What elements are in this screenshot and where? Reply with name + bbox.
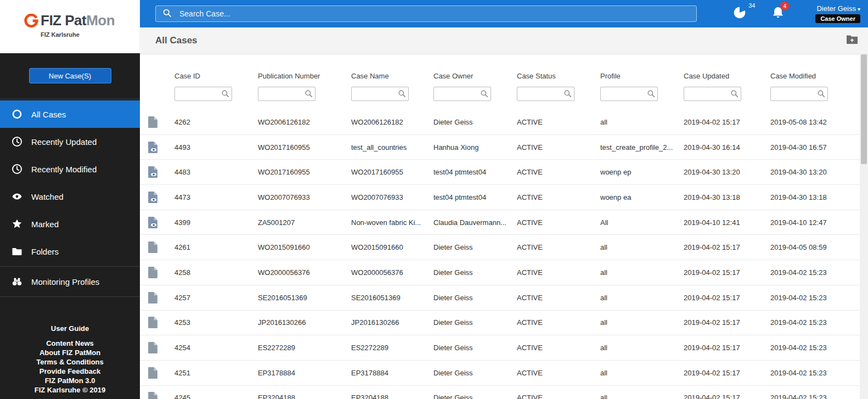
cell-profile: All bbox=[600, 218, 684, 227]
search-icon[interactable] bbox=[647, 89, 655, 98]
logo-subtitle: FIZ Karlsruhe bbox=[41, 31, 140, 38]
folder-icon bbox=[11, 245, 23, 257]
table-row[interactable]: 4251EP3178884EP3178884Dieter GeissACTIVE… bbox=[140, 361, 860, 386]
column-filter bbox=[351, 87, 409, 101]
app-window: FIZ PatMon FIZ Karlsruhe New Case(S) All… bbox=[0, 0, 868, 399]
cell-case-status: ACTIVE bbox=[517, 369, 600, 377]
search-icon[interactable] bbox=[480, 89, 488, 98]
cell-case-updated: 2019-04-02 15:17 bbox=[684, 369, 770, 377]
search-icon[interactable] bbox=[398, 89, 406, 98]
table-row[interactable]: 4253JP2016130266JP2016130266Dieter Geiss… bbox=[140, 311, 860, 336]
sidebar-item-label: Folders bbox=[31, 247, 59, 256]
sidebar-item-recently-modified[interactable]: Recently Modified bbox=[0, 155, 140, 183]
table-row[interactable]: 4258WO2000056376WO2000056376Dieter Geiss… bbox=[140, 260, 860, 285]
search-icon[interactable] bbox=[563, 89, 572, 98]
sidebar-item-all-cases[interactable]: All Cases bbox=[0, 100, 140, 128]
sidebar-divider bbox=[0, 296, 140, 297]
cell-case-owner: Dieter Geiss bbox=[433, 118, 517, 126]
user-guide-link[interactable]: User Guide bbox=[0, 324, 140, 333]
sidebar-item-label: Recently Updated bbox=[31, 137, 97, 147]
column-header-label[interactable]: Case Status bbox=[517, 72, 600, 81]
search-icon[interactable] bbox=[730, 89, 739, 98]
column-filter bbox=[433, 87, 491, 101]
column-header-label[interactable]: Profile bbox=[600, 72, 684, 81]
column-header-label[interactable]: Case ID bbox=[174, 72, 258, 81]
page-title: All Cases bbox=[155, 35, 198, 46]
cell-case-id: 4257 bbox=[174, 294, 258, 302]
provide-feedback-link[interactable]: Provide Feedback bbox=[0, 367, 140, 376]
cell-publication-number: WO2000056376 bbox=[258, 268, 351, 277]
column-header-label[interactable]: Case Name bbox=[351, 72, 433, 81]
cell-case-id: 4399 bbox=[174, 218, 258, 227]
document-icon bbox=[148, 292, 174, 304]
cell-case-updated: 2019-04-02 15:17 bbox=[684, 318, 770, 327]
table-row[interactable]: 4257SE2016051369SE2016051369Dieter Geiss… bbox=[140, 285, 860, 311]
add-folder-button[interactable] bbox=[846, 35, 858, 47]
sidebar-item-monitoring-profiles[interactable]: Monitoring Profiles bbox=[0, 268, 140, 295]
table-row[interactable]: 4245EP3204188EP3204188Dieter GeissACTIVE… bbox=[140, 386, 860, 399]
cell-case-name: EP3178884 bbox=[351, 369, 433, 377]
cell-case-id: 4258 bbox=[174, 268, 258, 277]
cell-case-modified: 2019-04-02 15:23 bbox=[770, 344, 860, 352]
column-header-label[interactable]: Case Owner bbox=[433, 72, 517, 81]
cell-case-name: WO2007076933 bbox=[351, 193, 433, 201]
about-fiz-patmon-link[interactable]: About FIZ PatMon bbox=[0, 348, 140, 357]
cell-case-modified: 2019-04-30 13:20 bbox=[770, 168, 860, 176]
table-row[interactable]: 4483WO2017160955WO2017160955test04 ptmte… bbox=[140, 160, 860, 185]
cell-case-owner: Dieter Geiss bbox=[433, 318, 517, 327]
cell-publication-number: ES2272289 bbox=[258, 344, 351, 352]
column-header-label[interactable]: Case Modified bbox=[770, 72, 860, 81]
cell-case-status: ACTIVE bbox=[517, 294, 600, 302]
table-row[interactable]: 4493WO2017160955test_all_countriesHanhua… bbox=[140, 135, 860, 160]
cell-case-status: ACTIVE bbox=[517, 394, 600, 399]
search-box[interactable] bbox=[155, 5, 697, 22]
sidebar-divider bbox=[0, 99, 140, 99]
column-case-name: Case Name bbox=[351, 72, 433, 110]
sidebar-item-folders[interactable]: Folders bbox=[0, 238, 140, 265]
sidebar-item-label: Monitoring Profiles bbox=[31, 277, 99, 286]
reports-count-badge: 34 bbox=[748, 2, 755, 9]
reports-button[interactable]: 34 bbox=[733, 6, 746, 21]
vertical-scrollbar[interactable] bbox=[860, 53, 868, 399]
scrollbar-thumb[interactable] bbox=[861, 54, 867, 164]
fiz-patmon-3-0-text: FIZ PatMon 3.0 bbox=[0, 376, 140, 385]
cell-case-modified: 2019-04-05 08:59 bbox=[770, 243, 860, 251]
table-row[interactable]: 4399ZA5001207Non-woven fabric Ki...Claud… bbox=[140, 210, 860, 235]
new-case-button[interactable]: New Case(S) bbox=[29, 68, 111, 83]
cell-case-name: test_all_countries bbox=[351, 143, 433, 151]
notifications-button[interactable]: 4 bbox=[771, 6, 785, 21]
cell-case-status: ACTIVE bbox=[517, 268, 600, 277]
chevron-down-icon: ▾ bbox=[858, 6, 860, 12]
cell-case-owner: Hanhua Xiong bbox=[433, 143, 517, 151]
content-news-link[interactable]: Content News bbox=[0, 339, 140, 348]
sidebar: FIZ PatMon FIZ Karlsruhe New Case(S) All… bbox=[0, 0, 140, 399]
table-row[interactable]: 4262WO2006126182WO2006126182Dieter Geiss… bbox=[140, 110, 860, 135]
search-icon[interactable] bbox=[221, 89, 229, 98]
column-header-label[interactable]: Case Updated bbox=[684, 72, 770, 81]
document-icon bbox=[148, 342, 174, 353]
sidebar-item-recently-updated[interactable]: Recently Updated bbox=[0, 128, 140, 155]
search-icon[interactable] bbox=[305, 89, 313, 98]
cell-case-id: 4261 bbox=[174, 243, 258, 251]
logo[interactable]: FIZ PatMon FIZ Karlsruhe bbox=[0, 0, 140, 53]
table-row[interactable]: 4473WO2007076933WO2007076933test04 ptmte… bbox=[140, 185, 860, 210]
terms-conditions-link[interactable]: Terms & Conditions bbox=[0, 357, 140, 367]
binoculars-icon bbox=[11, 276, 23, 288]
column-case-status: Case Status bbox=[517, 72, 600, 110]
user-menu[interactable]: Dieter Geiss▾ bbox=[815, 4, 860, 13]
cell-case-owner: test04 ptmtest04 bbox=[433, 193, 517, 201]
sidebar-item-marked[interactable]: Marked bbox=[0, 210, 140, 238]
cell-case-status: ACTIVE bbox=[517, 118, 600, 126]
cell-case-modified: 2019-04-02 15:23 bbox=[770, 294, 860, 302]
search-icon[interactable] bbox=[817, 89, 825, 98]
table-row[interactable]: 4254ES2272289ES2272289Dieter GeissACTIVE… bbox=[140, 335, 860, 361]
eye-icon bbox=[11, 190, 23, 203]
table-row[interactable]: 4261WO2015091660WO2015091660Dieter Geiss… bbox=[140, 235, 860, 260]
column-header-label[interactable]: Publication Number bbox=[258, 72, 351, 81]
search-input[interactable] bbox=[179, 9, 696, 18]
table-header: Case IDPublication NumberCase NameCase O… bbox=[140, 72, 860, 110]
cell-case-status: ACTIVE bbox=[517, 243, 600, 251]
cell-publication-number: EP3178884 bbox=[258, 369, 351, 377]
sidebar-item-watched[interactable]: Watched bbox=[0, 183, 140, 210]
fiz-logo-icon bbox=[24, 14, 38, 28]
